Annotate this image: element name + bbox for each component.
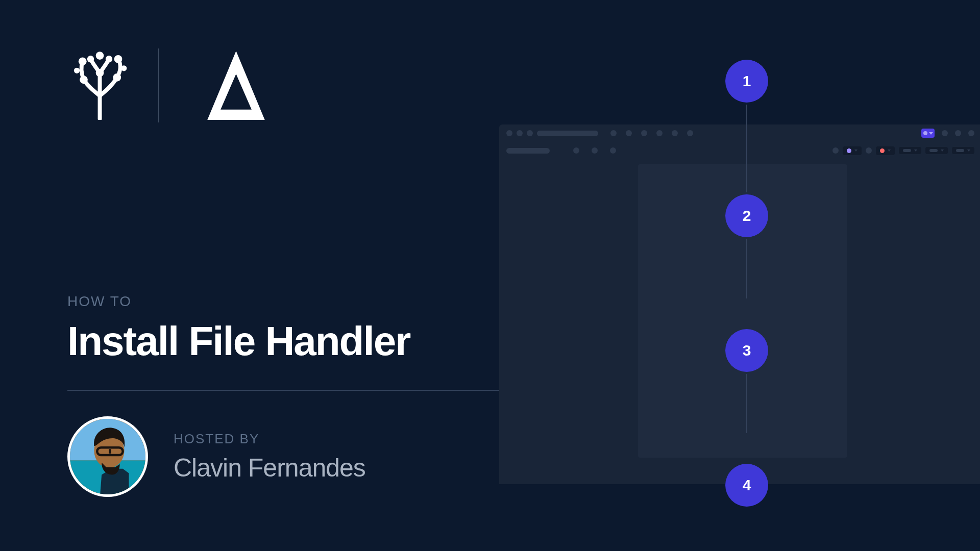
- svg-point-6: [113, 73, 121, 82]
- property-chip: [925, 147, 948, 154]
- svg-point-0: [78, 57, 86, 65]
- tab-dot-icon: [610, 147, 616, 154]
- svg-point-8: [74, 68, 79, 73]
- svg-point-9: [121, 65, 127, 71]
- toolbar-right: [921, 129, 974, 138]
- traffic-dot-icon: [506, 130, 512, 136]
- svg-point-5: [80, 76, 88, 84]
- tool-dot-icon: [955, 130, 961, 136]
- property-chip: [899, 147, 921, 154]
- tool-dot-icon: [672, 130, 678, 136]
- active-tool-chip: [921, 129, 935, 138]
- svg-point-2: [95, 52, 104, 60]
- app-titlebar: [499, 124, 980, 142]
- step-connector: [746, 374, 747, 433]
- tool-dot-icon: [641, 130, 647, 136]
- step-connector: [746, 239, 747, 298]
- svg-point-7: [95, 69, 104, 77]
- app-window-mock: [499, 124, 980, 484]
- host-name: Clavin Fernandes: [174, 453, 365, 483]
- tab-dot-icon: [866, 147, 872, 154]
- host-label: HOSTED BY: [174, 431, 365, 447]
- svg-point-3: [105, 56, 112, 63]
- tab-placeholder: [506, 148, 550, 154]
- step-badge-1: 1: [725, 60, 768, 103]
- tool-dot-icon: [656, 130, 663, 136]
- traffic-dot-icon: [517, 130, 523, 136]
- svg-point-4: [114, 55, 122, 63]
- delta-icon: [205, 50, 266, 121]
- step-badge-3: 3: [725, 329, 768, 372]
- title-divider: [67, 390, 573, 391]
- toolbar-dots: [610, 130, 693, 136]
- tab-dot-icon: [592, 147, 598, 154]
- tool-dot-icon: [626, 130, 632, 136]
- steps-track: 1 2 3 4: [746, 58, 748, 551]
- avatar: [67, 416, 148, 497]
- traffic-dot-icon: [527, 130, 533, 136]
- logo-divider: [158, 48, 159, 122]
- tool-dot-icon: [942, 130, 948, 136]
- app-tabbar: [499, 142, 980, 159]
- property-chip: [876, 146, 895, 155]
- property-chip: [952, 147, 974, 154]
- tool-dot-icon: [968, 130, 974, 136]
- tab-dot-icon: [573, 147, 579, 154]
- step-badge-4: 4: [725, 464, 768, 507]
- tool-dot-icon: [610, 130, 617, 136]
- property-chip: [843, 146, 862, 155]
- step-badge-2: 2: [725, 194, 768, 237]
- tool-dot-icon: [687, 130, 693, 136]
- title-placeholder: [537, 131, 598, 136]
- header-logos: [66, 48, 266, 122]
- svg-point-1: [87, 56, 94, 63]
- tab-dot-icon: [832, 147, 839, 154]
- tree-network-icon: [66, 48, 133, 122]
- step-connector: [746, 105, 747, 192]
